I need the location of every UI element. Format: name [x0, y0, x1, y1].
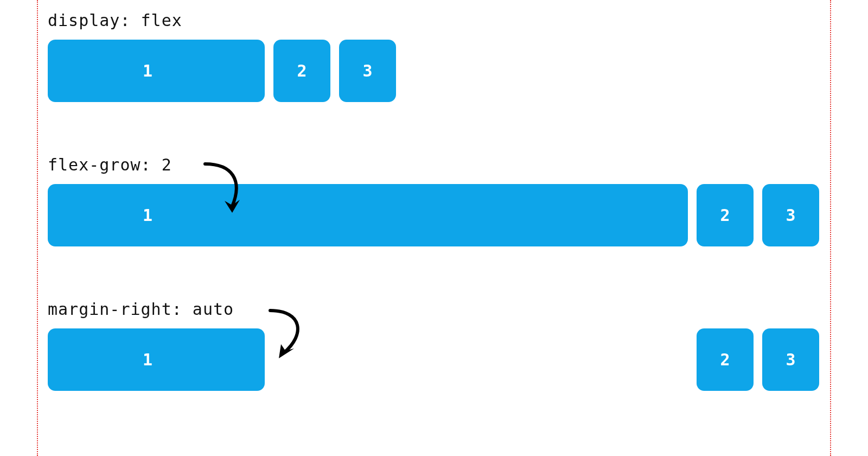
section-display-flex: display: flex 1 2 3 [48, 11, 819, 102]
flex-row-2: 1 2 3 [48, 184, 819, 246]
box-label: 3 [362, 61, 372, 80]
box-label: 2 [720, 350, 730, 369]
section-label-3: margin-right: auto [48, 300, 819, 319]
flex-box-1-1: 1 [48, 40, 265, 102]
box-label: 1 [143, 206, 152, 225]
flex-box-2-3: 3 [762, 184, 819, 246]
box-label: 2 [720, 206, 730, 225]
flex-row-1: 1 2 3 [48, 40, 819, 102]
box-label: 3 [786, 206, 795, 225]
flex-row-3: 1 2 3 [48, 328, 819, 391]
flex-box-2-1: 1 [48, 184, 688, 246]
section-label-1: display: flex [48, 11, 819, 30]
box-label: 1 [143, 350, 152, 369]
guide-line-right [830, 0, 831, 456]
flex-box-2-2: 2 [697, 184, 754, 246]
flex-box-3-3: 3 [762, 328, 819, 391]
box-label: 3 [786, 350, 795, 369]
box-label: 1 [143, 61, 152, 80]
section-label-2: flex-grow: 2 [48, 155, 819, 174]
flex-box-3-2: 2 [697, 328, 754, 391]
arrow-callout-icon [200, 159, 265, 218]
flex-box-1-2: 2 [273, 40, 330, 102]
diagram-content: display: flex 1 2 3 flex-grow: 2 1 2 3 m… [37, 0, 830, 391]
section-margin-right-auto: margin-right: auto 1 2 3 [48, 300, 819, 391]
section-flex-grow: flex-grow: 2 1 2 3 [48, 155, 819, 246]
flex-box-1-3: 3 [339, 40, 396, 102]
flex-box-3-1: 1 [48, 328, 265, 391]
box-label: 2 [297, 61, 307, 80]
arrow-callout-icon [265, 305, 330, 365]
